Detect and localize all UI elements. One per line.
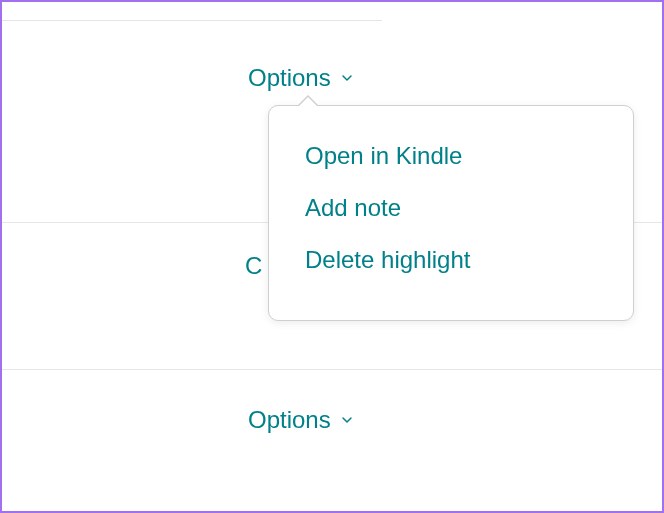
chevron-down-icon	[339, 412, 355, 428]
options-label: Options	[248, 406, 331, 434]
options-popover: Open in Kindle Add note Delete highlight	[268, 105, 634, 321]
menu-item-add-note[interactable]: Add note	[269, 182, 633, 234]
hidden-options-behind-popover: C	[245, 252, 262, 280]
options-label: Options	[248, 64, 331, 92]
divider	[2, 20, 382, 21]
divider	[2, 369, 664, 370]
options-trigger-bottom[interactable]: Options	[248, 406, 355, 434]
chevron-down-icon	[339, 70, 355, 86]
menu-item-delete-highlight[interactable]: Delete highlight	[269, 234, 633, 286]
menu-item-open-in-kindle[interactable]: Open in Kindle	[269, 130, 633, 182]
options-trigger-top[interactable]: Options	[248, 64, 355, 92]
